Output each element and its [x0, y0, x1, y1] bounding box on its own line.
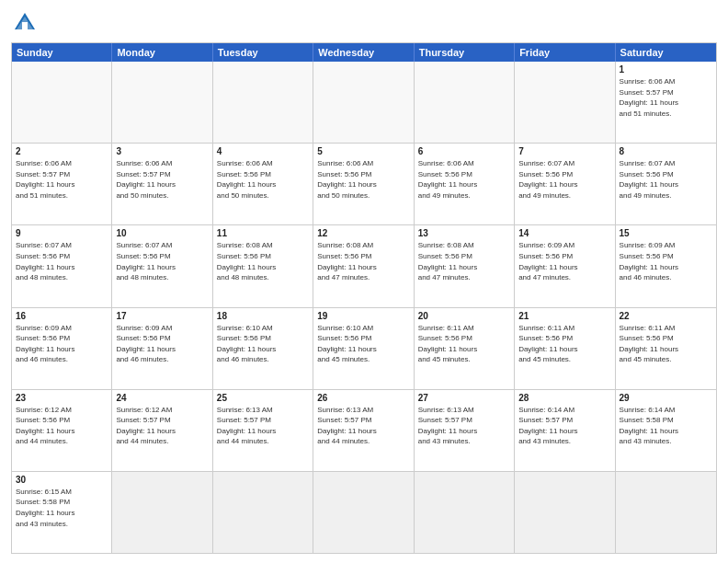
calendar-row-4: 23Sunrise: 6:12 AM Sunset: 5:56 PM Dayli…	[12, 389, 716, 471]
calendar-cell-1-1: 3Sunrise: 6:06 AM Sunset: 5:57 PM Daylig…	[112, 144, 212, 224]
day-number: 25	[217, 393, 309, 403]
calendar-cell-1-4: 6Sunrise: 6:06 AM Sunset: 5:56 PM Daylig…	[415, 144, 515, 224]
day-number: 30	[16, 475, 108, 485]
cell-info: Sunrise: 6:07 AM Sunset: 5:56 PM Dayligh…	[16, 240, 108, 282]
header-day-friday: Friday	[515, 43, 615, 62]
cell-info: Sunrise: 6:09 AM Sunset: 5:56 PM Dayligh…	[518, 240, 610, 282]
calendar-cell-4-2: 25Sunrise: 6:13 AM Sunset: 5:57 PM Dayli…	[213, 390, 313, 471]
calendar-cell-3-1: 17Sunrise: 6:09 AM Sunset: 5:56 PM Dayli…	[112, 308, 212, 389]
cell-info: Sunrise: 6:15 AM Sunset: 5:58 PM Dayligh…	[16, 487, 108, 529]
calendar-header: SundayMondayTuesdayWednesdayThursdayFrid…	[12, 43, 716, 62]
header-day-monday: Monday	[112, 43, 212, 62]
calendar-cell-4-6: 29Sunrise: 6:14 AM Sunset: 5:58 PM Dayli…	[616, 390, 716, 471]
calendar-cell-5-1	[112, 472, 212, 553]
day-number: 14	[518, 228, 610, 238]
cell-info: Sunrise: 6:10 AM Sunset: 5:56 PM Dayligh…	[217, 323, 309, 365]
calendar-cell-2-5: 14Sunrise: 6:09 AM Sunset: 5:56 PM Dayli…	[515, 225, 615, 306]
calendar: SundayMondayTuesdayWednesdayThursdayFrid…	[11, 42, 717, 554]
calendar-cell-2-3: 12Sunrise: 6:08 AM Sunset: 5:56 PM Dayli…	[313, 225, 414, 306]
day-number: 3	[116, 146, 208, 156]
cell-info: Sunrise: 6:06 AM Sunset: 5:57 PM Dayligh…	[116, 158, 208, 201]
day-number: 28	[518, 393, 610, 403]
calendar-cell-0-2	[213, 62, 313, 143]
calendar-cell-1-3: 5Sunrise: 6:06 AM Sunset: 5:56 PM Daylig…	[313, 144, 414, 224]
logo	[11, 9, 42, 37]
cell-info: Sunrise: 6:09 AM Sunset: 5:56 PM Dayligh…	[620, 240, 712, 282]
calendar-cell-5-0: 30Sunrise: 6:15 AM Sunset: 5:58 PM Dayli…	[12, 472, 112, 553]
cell-info: Sunrise: 6:08 AM Sunset: 5:56 PM Dayligh…	[217, 240, 309, 282]
calendar-cell-4-0: 23Sunrise: 6:12 AM Sunset: 5:56 PM Dayli…	[12, 390, 112, 471]
cell-info: Sunrise: 6:11 AM Sunset: 5:56 PM Dayligh…	[620, 323, 712, 365]
calendar-cell-3-0: 16Sunrise: 6:09 AM Sunset: 5:56 PM Dayli…	[12, 308, 112, 389]
header-day-saturday: Saturday	[616, 43, 716, 62]
cell-info: Sunrise: 6:11 AM Sunset: 5:56 PM Dayligh…	[418, 323, 510, 365]
cell-info: Sunrise: 6:06 AM Sunset: 5:56 PM Dayligh…	[217, 158, 309, 201]
calendar-cell-1-0: 2Sunrise: 6:06 AM Sunset: 5:57 PM Daylig…	[12, 144, 112, 224]
cell-info: Sunrise: 6:06 AM Sunset: 5:56 PM Dayligh…	[317, 158, 409, 201]
calendar-cell-0-6: 1Sunrise: 6:06 AM Sunset: 5:57 PM Daylig…	[616, 62, 716, 143]
calendar-body: 1Sunrise: 6:06 AM Sunset: 5:57 PM Daylig…	[12, 62, 716, 553]
cell-info: Sunrise: 6:14 AM Sunset: 5:58 PM Dayligh…	[620, 405, 712, 447]
day-number: 10	[116, 228, 208, 238]
calendar-cell-4-4: 27Sunrise: 6:13 AM Sunset: 5:57 PM Dayli…	[415, 390, 515, 471]
day-number: 29	[620, 393, 712, 403]
day-number: 13	[418, 228, 510, 238]
cell-info: Sunrise: 6:13 AM Sunset: 5:57 PM Dayligh…	[217, 405, 309, 447]
day-number: 26	[317, 393, 409, 403]
header-day-wednesday: Wednesday	[313, 43, 414, 62]
calendar-cell-5-2	[213, 472, 313, 553]
cell-info: Sunrise: 6:07 AM Sunset: 5:56 PM Dayligh…	[116, 240, 208, 282]
day-number: 24	[116, 393, 208, 403]
day-number: 17	[116, 311, 208, 321]
day-number: 12	[317, 228, 409, 238]
calendar-cell-2-2: 11Sunrise: 6:08 AM Sunset: 5:56 PM Dayli…	[213, 225, 313, 306]
calendar-cell-0-5	[515, 62, 615, 143]
cell-info: Sunrise: 6:12 AM Sunset: 5:56 PM Dayligh…	[16, 405, 108, 447]
day-number: 5	[317, 146, 409, 156]
calendar-row-2: 9Sunrise: 6:07 AM Sunset: 5:56 PM Daylig…	[12, 224, 716, 306]
page: SundayMondayTuesdayWednesdayThursdayFrid…	[0, 0, 728, 563]
calendar-cell-2-6: 15Sunrise: 6:09 AM Sunset: 5:56 PM Dayli…	[616, 225, 716, 306]
calendar-row-5: 30Sunrise: 6:15 AM Sunset: 5:58 PM Dayli…	[12, 471, 716, 553]
day-number: 7	[518, 146, 610, 156]
calendar-cell-3-3: 19Sunrise: 6:10 AM Sunset: 5:56 PM Dayli…	[313, 308, 414, 389]
cell-info: Sunrise: 6:12 AM Sunset: 5:57 PM Dayligh…	[116, 405, 208, 447]
calendar-row-0: 1Sunrise: 6:06 AM Sunset: 5:57 PM Daylig…	[12, 62, 716, 143]
day-number: 6	[418, 146, 510, 156]
header	[11, 9, 717, 37]
cell-info: Sunrise: 6:06 AM Sunset: 5:57 PM Dayligh…	[16, 158, 108, 201]
cell-info: Sunrise: 6:09 AM Sunset: 5:56 PM Dayligh…	[16, 323, 108, 365]
calendar-cell-2-0: 9Sunrise: 6:07 AM Sunset: 5:56 PM Daylig…	[12, 225, 112, 306]
calendar-cell-1-5: 7Sunrise: 6:07 AM Sunset: 5:56 PM Daylig…	[515, 144, 615, 224]
day-number: 15	[620, 228, 712, 238]
day-number: 18	[217, 311, 309, 321]
calendar-cell-3-4: 20Sunrise: 6:11 AM Sunset: 5:56 PM Dayli…	[415, 308, 515, 389]
cell-info: Sunrise: 6:08 AM Sunset: 5:56 PM Dayligh…	[317, 240, 409, 282]
calendar-cell-0-4	[415, 62, 515, 143]
calendar-cell-5-4	[415, 472, 515, 553]
day-number: 23	[16, 393, 108, 403]
cell-info: Sunrise: 6:11 AM Sunset: 5:56 PM Dayligh…	[518, 323, 610, 365]
day-number: 19	[317, 311, 409, 321]
header-day-thursday: Thursday	[415, 43, 515, 62]
calendar-cell-0-3	[313, 62, 414, 143]
calendar-cell-3-6: 22Sunrise: 6:11 AM Sunset: 5:56 PM Dayli…	[616, 308, 716, 389]
calendar-cell-3-2: 18Sunrise: 6:10 AM Sunset: 5:56 PM Dayli…	[213, 308, 313, 389]
day-number: 20	[418, 311, 510, 321]
cell-info: Sunrise: 6:08 AM Sunset: 5:56 PM Dayligh…	[418, 240, 510, 282]
cell-info: Sunrise: 6:09 AM Sunset: 5:56 PM Dayligh…	[116, 323, 208, 365]
calendar-row-1: 2Sunrise: 6:06 AM Sunset: 5:57 PM Daylig…	[12, 143, 716, 224]
cell-info: Sunrise: 6:14 AM Sunset: 5:57 PM Dayligh…	[518, 405, 610, 447]
calendar-cell-2-1: 10Sunrise: 6:07 AM Sunset: 5:56 PM Dayli…	[112, 225, 212, 306]
cell-info: Sunrise: 6:06 AM Sunset: 5:57 PM Dayligh…	[620, 76, 712, 119]
calendar-cell-4-3: 26Sunrise: 6:13 AM Sunset: 5:57 PM Dayli…	[313, 390, 414, 471]
cell-info: Sunrise: 6:07 AM Sunset: 5:56 PM Dayligh…	[620, 158, 712, 201]
calendar-row-3: 16Sunrise: 6:09 AM Sunset: 5:56 PM Dayli…	[12, 307, 716, 389]
calendar-cell-1-2: 4Sunrise: 6:06 AM Sunset: 5:56 PM Daylig…	[213, 144, 313, 224]
calendar-cell-5-6	[616, 472, 716, 553]
day-number: 2	[16, 146, 108, 156]
header-day-tuesday: Tuesday	[213, 43, 313, 62]
calendar-cell-0-0	[12, 62, 112, 143]
header-day-sunday: Sunday	[12, 43, 112, 62]
calendar-cell-3-5: 21Sunrise: 6:11 AM Sunset: 5:56 PM Dayli…	[515, 308, 615, 389]
